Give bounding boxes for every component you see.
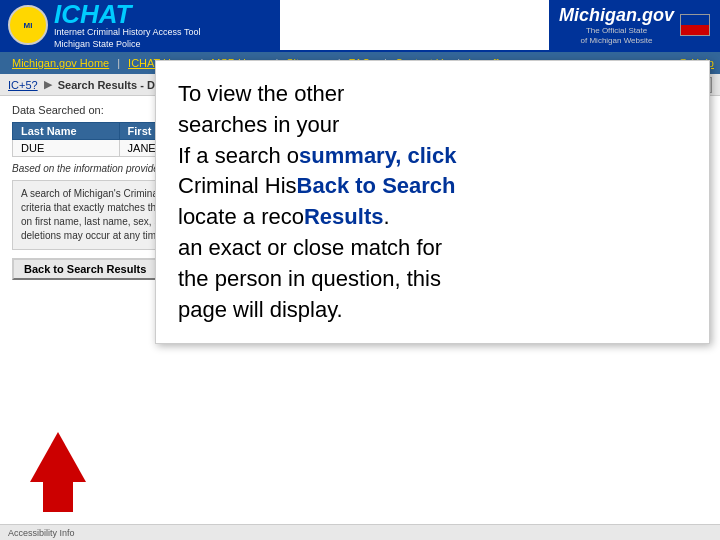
overlay-line4-highlight: Back to Search (297, 173, 456, 198)
breadcrumb-arrow: ▶ (44, 78, 52, 91)
state-seal: MI (8, 5, 48, 45)
accessibility-bar: Accessibility Info (0, 524, 720, 540)
ichat-logo-text: ICHAT (54, 1, 200, 27)
overlay-line1: To view the other (178, 81, 344, 106)
overlay-line5-prefix: locate a reco (178, 204, 304, 229)
logo-text: ICHAT Internet Criminal History Access T… (54, 1, 200, 49)
michigan-gov-block: Michigan.gov The Official State of Michi… (549, 0, 720, 50)
arrow-shaft (43, 482, 73, 512)
nav-michigan-home[interactable]: Michigan.gov Home (6, 57, 115, 69)
cell-last-name: DUE (13, 140, 120, 157)
col-last-name: Last Name (13, 123, 120, 140)
logo-block: MI ICHAT Internet Criminal History Acces… (0, 0, 280, 50)
overlay-line5-suffix: . (383, 204, 389, 229)
michigan-gov-text: Michigan.gov The Official State of Michi… (559, 5, 674, 45)
breadcrumb-home[interactable]: IC+5? (8, 79, 38, 91)
overlay-line8: page will display. (178, 297, 343, 322)
logo-fullname-line2: Michigan State Police (54, 39, 200, 49)
overlay-line3-highlight: summary, click (299, 143, 456, 168)
overlay-line4-prefix: Criminal His (178, 173, 297, 198)
back-to-search-results-button[interactable]: Back to Search Results (12, 258, 158, 280)
overlay-line5-highlight: Results (304, 204, 383, 229)
accessibility-label: Accessibility Info (8, 528, 75, 538)
overlay-line3-prefix: If a search o (178, 143, 299, 168)
michigan-header-row: Michigan.gov The Official State of Michi… (559, 5, 710, 45)
logo-fullname-line1: Internet Criminal History Access Tool (54, 27, 200, 39)
overlay-line2: searches in your (178, 112, 339, 137)
overlay-text: To view the other searches in your If a … (178, 79, 687, 325)
michigan-flag (680, 14, 710, 36)
arrow-indicator (30, 432, 86, 512)
overlay-callout: To view the other searches in your If a … (155, 60, 710, 344)
arrow-up-icon (30, 432, 86, 482)
overlay-line7: the person in question, this (178, 266, 441, 291)
overlay-line6: an exact or close match for (178, 235, 442, 260)
site-header: MI ICHAT Internet Criminal History Acces… (0, 0, 720, 52)
